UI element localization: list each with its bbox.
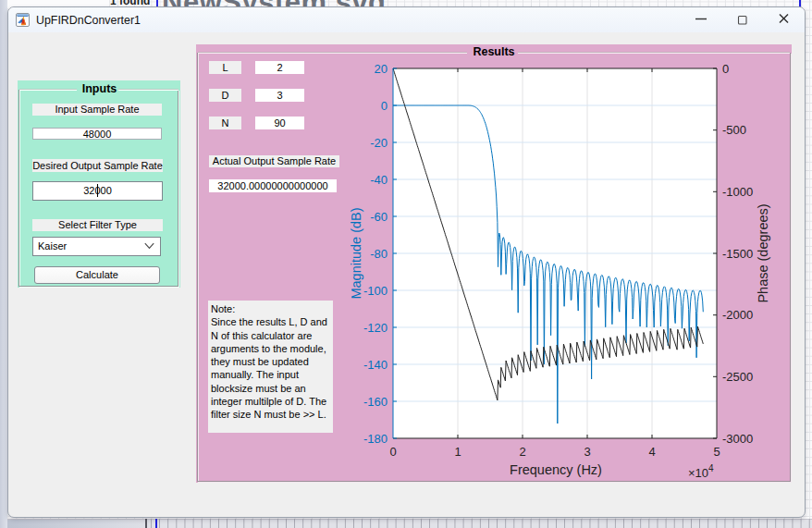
svg-text:-500: -500: [722, 123, 746, 137]
svg-text:-100: -100: [363, 284, 388, 298]
svg-text:-60: -60: [370, 210, 388, 224]
svg-text:0: 0: [381, 99, 388, 113]
svg-text:-1500: -1500: [722, 247, 753, 261]
svg-text:0: 0: [722, 62, 729, 76]
svg-text:-120: -120: [363, 321, 388, 335]
svg-text:-40: -40: [370, 173, 388, 187]
svg-text:-1000: -1000: [722, 185, 753, 199]
svg-text:5: 5: [713, 445, 720, 459]
svg-text:2: 2: [519, 445, 525, 459]
svg-text:20: 20: [375, 62, 388, 76]
svg-text:-3000: -3000: [722, 432, 753, 446]
svg-text:-140: -140: [363, 358, 388, 372]
svg-text:3: 3: [584, 445, 590, 459]
svg-text:1: 1: [454, 445, 461, 459]
svg-text:-80: -80: [370, 247, 388, 261]
svg-text:4: 4: [648, 445, 655, 459]
svg-text:-2000: -2000: [722, 308, 753, 322]
svg-text:-180: -180: [363, 432, 388, 446]
svg-text:Phase (degrees): Phase (degrees): [756, 203, 770, 302]
svg-text:-2500: -2500: [722, 370, 753, 384]
svg-text:-20: -20: [370, 136, 388, 150]
svg-text:Magnitude (dB): Magnitude (dB): [349, 207, 363, 299]
svg-text:×10: ×10: [688, 466, 708, 480]
svg-text:0: 0: [389, 445, 396, 459]
svg-text:4: 4: [708, 463, 714, 473]
svg-text:Frequency (Hz): Frequency (Hz): [510, 462, 602, 477]
svg-text:-160: -160: [363, 395, 388, 409]
